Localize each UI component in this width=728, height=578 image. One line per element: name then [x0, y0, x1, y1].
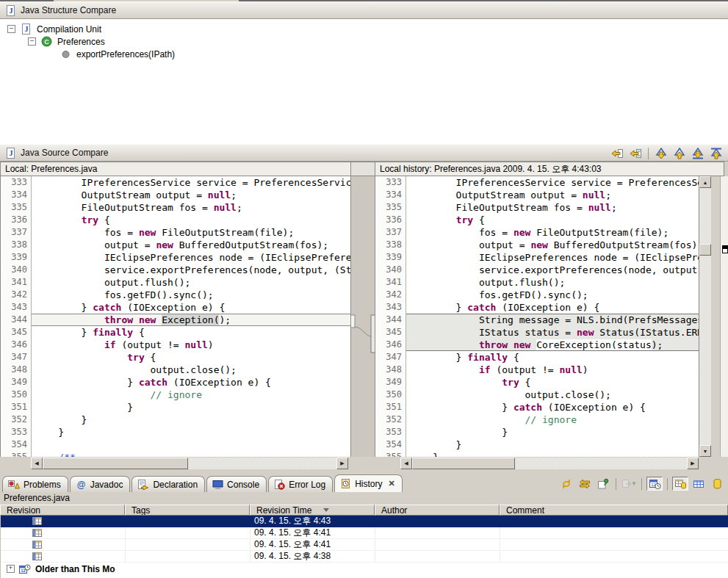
- tree-item[interactable]: –CPreferences: [0, 35, 728, 48]
- code-line[interactable]: 339 IEclipsePreferences node = (IEclipse…: [375, 251, 699, 264]
- code-line[interactable]: 354: [1, 438, 350, 451]
- code-line[interactable]: 348 if (output != null): [375, 364, 699, 376]
- column-header-revision[interactable]: Revision: [0, 505, 125, 516]
- right-code-pane[interactable]: 333 IPreferencesService service = Prefer…: [375, 176, 699, 457]
- code-line[interactable]: 341 output.flush();: [1, 276, 350, 289]
- copy-current-right-to-left-button[interactable]: [627, 146, 644, 160]
- dropdown-arrow-icon[interactable]: ▼: [631, 480, 637, 487]
- column-header-revision-time[interactable]: Revision Time: [250, 505, 375, 516]
- right-horizontal-scrollbar[interactable]: ◀ ▶: [400, 458, 699, 469]
- history-group-row[interactable]: +12Older than This Mo: [1, 563, 728, 575]
- next-change-button[interactable]: [690, 146, 706, 160]
- table-mode-button[interactable]: [691, 477, 707, 491]
- scroll-right-button[interactable]: ▶: [336, 458, 348, 469]
- column-header-author[interactable]: Author: [375, 505, 500, 516]
- code-line[interactable]: 338 output = new BufferedOutputStream(fo…: [375, 239, 699, 251]
- diff-overview-marker[interactable]: [722, 245, 728, 253]
- column-header-comment[interactable]: Comment: [500, 505, 728, 516]
- code-line[interactable]: 335 FileOutputStream fos = null;: [1, 201, 350, 214]
- scroll-right-button[interactable]: ▶: [687, 458, 699, 469]
- collapse-icon[interactable]: –: [28, 37, 36, 46]
- code-line[interactable]: 340 service.exportPreferences(node, outp…: [1, 264, 350, 276]
- code-line[interactable]: 333 IPreferencesService service = Prefer…: [375, 176, 699, 189]
- link-with-editor-button[interactable]: [577, 477, 593, 491]
- vertical-scrollbar[interactable]: ▲ ▼: [699, 176, 711, 457]
- tab-declaration[interactable]: Declaration: [131, 476, 205, 492]
- left-code-pane[interactable]: 333 IPreferencesService service = Prefer…: [0, 176, 351, 457]
- show-revision-table-button[interactable]: [672, 477, 688, 491]
- history-row[interactable]: 09. 4. 15. 오후 4:41: [1, 527, 728, 539]
- code-line[interactable]: 347 try {: [1, 351, 350, 364]
- code-line[interactable]: 335 FileOutputStream fos = null;: [375, 201, 699, 214]
- code-line[interactable]: 349 try {: [375, 376, 699, 389]
- tab-error-log[interactable]: Error Log: [268, 476, 333, 492]
- scroll-down-button[interactable]: ▼: [699, 445, 711, 457]
- tab-console[interactable]: Console: [206, 476, 267, 492]
- code-line[interactable]: 341 output.flush();: [375, 276, 699, 289]
- left-horizontal-scrollbar[interactable]: ◀ ▶: [31, 458, 348, 469]
- tab-problems[interactable]: Problems: [2, 476, 68, 492]
- copy-all-right-to-left-button[interactable]: [609, 146, 625, 160]
- horizontal-scroll-thumb[interactable]: [43, 458, 188, 469]
- close-icon[interactable]: ✕: [389, 479, 395, 488]
- code-line[interactable]: 351 } catch (IOException e) {: [375, 401, 699, 413]
- tab-history[interactable]: History✕: [334, 474, 403, 492]
- code-line[interactable]: 354 }: [375, 438, 699, 451]
- code-line[interactable]: 350 output.close();: [375, 389, 699, 401]
- code-line[interactable]: 355 }: [375, 451, 699, 457]
- scroll-left-button[interactable]: ◀: [31, 458, 43, 469]
- column-header-tags[interactable]: Tags: [125, 505, 250, 516]
- code-line[interactable]: 355 /**: [1, 451, 350, 457]
- pin-view-button[interactable]: [595, 477, 611, 491]
- previous-change-button[interactable]: [708, 146, 724, 160]
- code-line[interactable]: 334 OutputStream output = null;: [1, 189, 350, 201]
- code-line[interactable]: 344 String message = NLS.bind(PrefsMessa…: [375, 314, 699, 326]
- code-line[interactable]: 337 fos = new FileOutputStream(file);: [1, 226, 350, 239]
- horizontal-scroll-thumb[interactable]: [412, 458, 515, 469]
- tree-item[interactable]: exportPreferences(IPath): [0, 48, 728, 60]
- code-line[interactable]: 351 }: [1, 401, 350, 413]
- expand-icon[interactable]: +: [7, 565, 15, 573]
- code-line[interactable]: 346 throw new CoreException(status);: [375, 339, 699, 351]
- scroll-left-button[interactable]: ◀: [400, 458, 412, 469]
- code-line[interactable]: 353 }: [1, 426, 350, 438]
- code-line[interactable]: 333 IPreferencesService service = Prefer…: [1, 176, 350, 189]
- previous-difference-button[interactable]: [671, 146, 688, 160]
- code-line[interactable]: 334 OutputStream output = null;: [375, 189, 699, 201]
- code-line[interactable]: 350 // ignore: [1, 389, 350, 401]
- vertical-scroll-thumb[interactable]: [699, 244, 711, 256]
- group-by-date-button[interactable]: 12: [646, 477, 663, 491]
- code-line[interactable]: 339 IEclipsePreferences node = (IEclipse…: [1, 251, 350, 264]
- code-line[interactable]: 340 service.exportPreferences(node, outp…: [375, 264, 699, 276]
- compare-mode-button[interactable]: ▼: [621, 477, 637, 491]
- code-line[interactable]: 338 output = new BufferedOutputStream(fo…: [1, 239, 350, 251]
- code-line[interactable]: 345 IStatus status = new Status(IStatus.…: [375, 326, 699, 339]
- scroll-up-button[interactable]: ▲: [699, 176, 711, 188]
- code-line[interactable]: 337 fos = new FileOutputStream(file);: [375, 226, 699, 239]
- history-row[interactable]: 09. 4. 15. 오후 4:38: [1, 551, 728, 563]
- code-line[interactable]: 347 } finally {: [375, 351, 699, 364]
- code-line[interactable]: 343 } catch (IOException e) {: [375, 301, 699, 314]
- code-line[interactable]: 336 try {: [375, 214, 699, 226]
- code-line[interactable]: 348 output.close();: [1, 364, 350, 376]
- history-row[interactable]: 09. 4. 15. 오후 4:41: [1, 539, 728, 551]
- refresh-button[interactable]: [558, 477, 574, 491]
- code-line[interactable]: 352 }: [1, 413, 350, 426]
- next-difference-button[interactable]: [653, 146, 669, 160]
- code-line[interactable]: 353 }: [375, 426, 699, 438]
- tab-javadoc[interactable]: @Javadoc: [70, 476, 131, 492]
- code-line[interactable]: 345 } finally {: [1, 326, 350, 339]
- history-row[interactable]: 09. 4. 15. 오후 4:43: [1, 516, 728, 527]
- code-line[interactable]: 342 fos.getFD().sync();: [1, 289, 350, 301]
- overview-ruler[interactable]: [720, 176, 728, 457]
- code-line[interactable]: 336 try {: [1, 214, 350, 226]
- tree-item[interactable]: –JCompilation Unit: [0, 23, 728, 35]
- code-line[interactable]: 346 if (output != null): [1, 339, 350, 351]
- code-line[interactable]: 342 fos.getFD().sync();: [375, 289, 699, 301]
- code-line[interactable]: 343 } catch (IOException e) {: [1, 301, 350, 314]
- collapse-icon[interactable]: –: [7, 25, 15, 33]
- code-line[interactable]: 349 } catch (IOException e) {: [1, 376, 350, 389]
- database-button[interactable]: [709, 477, 725, 491]
- code-line[interactable]: 352 // ignore: [375, 413, 699, 426]
- code-line[interactable]: 344 throw new Exception();: [1, 314, 350, 326]
